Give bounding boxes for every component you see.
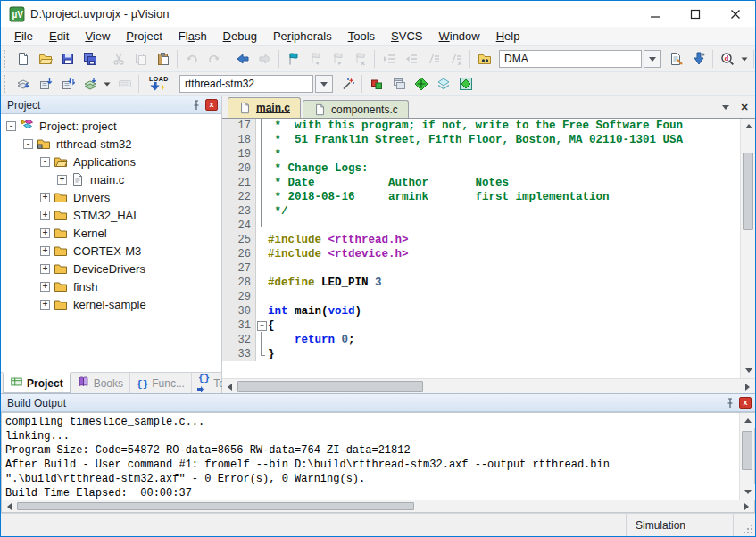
prev-bookmark-icon[interactable] xyxy=(304,49,327,70)
code-line[interactable]: 24 xyxy=(222,219,740,233)
save-all-icon[interactable] xyxy=(79,49,101,70)
build-output-close-button[interactable]: x xyxy=(739,397,752,409)
menu-item-debug[interactable]: Debug xyxy=(215,28,265,45)
menu-item-view[interactable]: View xyxy=(77,28,118,45)
code-line[interactable]: 32 return 0; xyxy=(222,333,740,347)
expand-toggle[interactable]: + xyxy=(40,264,50,274)
collapse-toggle[interactable]: - xyxy=(40,157,50,167)
caret-icon[interactable] xyxy=(101,74,113,95)
tab-list-dropdown-button[interactable] xyxy=(718,99,734,115)
paste-icon[interactable] xyxy=(152,49,174,70)
code-line[interactable]: 29 xyxy=(222,290,740,304)
clear-bookmarks-icon[interactable] xyxy=(349,49,371,70)
copy-icon[interactable] xyxy=(129,49,152,70)
menu-item-tools[interactable]: Tools xyxy=(340,28,383,45)
nav-back-icon[interactable] xyxy=(231,49,253,70)
build-vertical-scrollbar[interactable] xyxy=(739,413,754,500)
scroll-thumb[interactable] xyxy=(742,431,752,470)
scroll-down-arrow[interactable] xyxy=(741,363,756,378)
expand-toggle[interactable]: + xyxy=(40,193,50,202)
tree-item-project-project[interactable]: -Project: project xyxy=(1,117,221,135)
toolbar-grip[interactable] xyxy=(4,75,8,93)
tree-item-applications[interactable]: -Applications xyxy=(1,153,221,170)
scroll-up-arrow[interactable] xyxy=(741,119,756,134)
undo-icon[interactable] xyxy=(180,49,203,70)
expand-toggle[interactable]: + xyxy=(57,175,67,185)
sidebar-tab-books[interactable]: Books xyxy=(71,373,130,393)
code-line[interactable]: 25#include <rtthread.h> xyxy=(222,233,740,247)
code-line[interactable]: 20 * Change Logs: xyxy=(222,161,740,176)
project-panel-close-button[interactable]: x xyxy=(205,99,218,111)
redo-icon[interactable] xyxy=(203,49,225,70)
tree-item-main-c[interactable]: +main.c xyxy=(1,170,221,188)
scroll-left-arrow[interactable] xyxy=(2,500,17,512)
build-horizontal-scrollbar[interactable] xyxy=(1,500,755,513)
symbol-search-icon[interactable]: d xyxy=(716,49,738,70)
open-file-icon[interactable] xyxy=(34,49,56,70)
comment-icon[interactable] xyxy=(422,49,444,70)
save-file-icon[interactable] xyxy=(56,49,79,70)
close-tab-button[interactable]: ✕ xyxy=(736,99,752,115)
pin-icon[interactable] xyxy=(190,99,203,112)
code-editor[interactable]: 17 * with this program; if not, write to… xyxy=(222,119,740,378)
code-line[interactable]: 22 * 2018-08-16 armink first implementat… xyxy=(222,190,740,204)
tree-item-kernel[interactable]: +Kernel xyxy=(1,224,221,242)
tree-item-kernel-sample[interactable]: +kernel-sample xyxy=(1,295,221,313)
code-line[interactable]: 21 * Date Author Notes xyxy=(222,176,740,190)
uncomment-icon[interactable] xyxy=(444,49,467,70)
scroll-thumb[interactable] xyxy=(743,153,753,230)
outdent-icon[interactable] xyxy=(400,49,422,70)
tree-item-finsh[interactable]: +finsh xyxy=(1,277,221,295)
code-line[interactable]: 17 * with this program; if not, write to… xyxy=(222,119,740,133)
menu-item-window[interactable]: Window xyxy=(430,28,487,45)
menu-item-flash[interactable]: Flash xyxy=(170,28,215,45)
scroll-right-arrow[interactable] xyxy=(739,500,754,512)
file-search-icon[interactable] xyxy=(665,49,687,70)
tab-main-c[interactable]: main.c xyxy=(228,97,301,118)
code-line[interactable]: 23 */ xyxy=(222,204,740,219)
tree-item-cortex-m3[interactable]: +CORTEX-M3 xyxy=(1,242,221,260)
debug-session-icon[interactable] xyxy=(365,74,387,95)
editor-vertical-scrollbar[interactable] xyxy=(740,119,755,378)
expand-toggle[interactable]: + xyxy=(40,282,50,292)
minimize-button[interactable] xyxy=(635,1,675,27)
resize-grip[interactable] xyxy=(734,514,755,536)
scroll-right-arrow[interactable] xyxy=(740,379,755,394)
scroll-thumb[interactable] xyxy=(17,502,414,510)
editor-horizontal-scrollbar[interactable] xyxy=(222,378,755,393)
expand-toggle[interactable]: + xyxy=(40,246,50,256)
caret-icon[interactable] xyxy=(738,49,751,70)
expand-toggle[interactable]: + xyxy=(40,228,50,238)
nav-forward-icon[interactable] xyxy=(253,49,276,70)
search-input[interactable] xyxy=(499,50,642,68)
options-target-icon[interactable] xyxy=(336,74,359,95)
pack-installer-icon[interactable] xyxy=(432,74,454,95)
menu-item-project[interactable]: Project xyxy=(118,28,170,45)
code-line[interactable]: 27 xyxy=(222,261,740,276)
code-line[interactable]: 19 * xyxy=(222,147,740,161)
indent-icon[interactable] xyxy=(378,49,400,70)
code-line[interactable]: 26#include <rtdevice.h> xyxy=(222,247,740,261)
maximize-button[interactable] xyxy=(675,1,715,27)
rebuild-icon[interactable] xyxy=(56,74,79,95)
code-line[interactable]: 28#define LED_PIN 3 xyxy=(222,276,740,290)
collapse-toggle[interactable]: - xyxy=(6,121,16,131)
sidebar-tab-func[interactable]: {}Func... xyxy=(130,373,192,393)
collapse-toggle[interactable]: - xyxy=(23,139,33,149)
code-line[interactable]: 33} xyxy=(222,347,740,361)
new-file-icon[interactable] xyxy=(12,49,34,70)
translate-icon[interactable] xyxy=(12,74,34,95)
software-packs-icon[interactable] xyxy=(454,74,477,95)
find-in-files-icon[interactable] xyxy=(473,49,495,70)
stop-build-icon[interactable] xyxy=(113,74,136,95)
build-output-text[interactable]: compiling timeslice_sample.c...linking..… xyxy=(2,413,739,500)
cut-icon[interactable] xyxy=(107,49,129,70)
menu-item-svcs[interactable]: SVCS xyxy=(383,28,430,45)
menu-item-file[interactable]: File xyxy=(6,28,41,45)
tree-item-rtthread-stm32[interactable]: -rtthread-stm32 xyxy=(1,135,221,153)
code-line[interactable]: 30int main(void) xyxy=(222,304,740,318)
code-line[interactable]: 31{ xyxy=(222,318,740,333)
fold-margin[interactable] xyxy=(256,318,268,333)
search-dropdown-button[interactable] xyxy=(644,50,661,68)
expand-toggle[interactable]: + xyxy=(40,300,50,310)
